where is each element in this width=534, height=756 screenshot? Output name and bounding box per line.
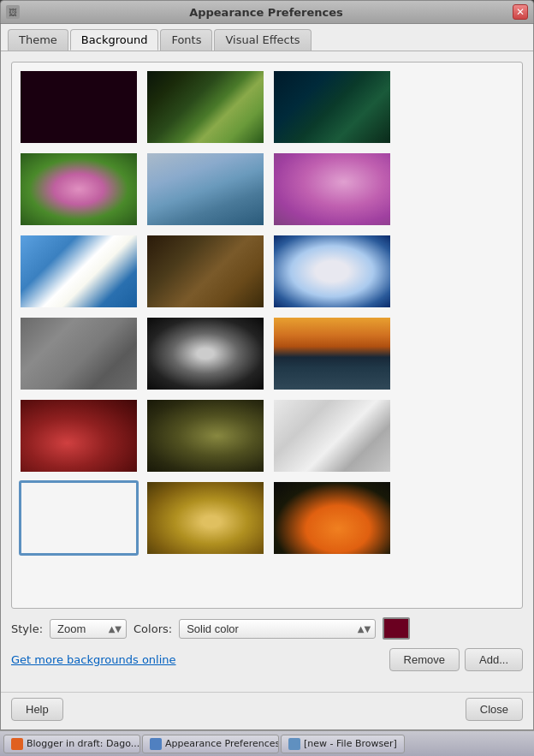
- add-button[interactable]: Add...: [465, 648, 523, 671]
- bg-item-bokeh-red[interactable]: [19, 398, 139, 473]
- firefox-icon: [11, 738, 23, 750]
- taskbar-item-prefs[interactable]: Appearance Preferences: [142, 735, 279, 753]
- window-icon: 🖼: [6, 5, 20, 19]
- style-select-wrapper: Zoom Centered Scaled Stretched Tiled Fil…: [50, 619, 127, 639]
- bg-item-earth[interactable]: [145, 152, 265, 227]
- bg-item-orange-flower[interactable]: [272, 480, 392, 556]
- background-grid: [19, 69, 515, 556]
- get-more-backgrounds-link[interactable]: Get more backgrounds online: [11, 653, 176, 666]
- tab-visual-effects[interactable]: Visual Effects: [214, 29, 311, 51]
- taskbar: Blogger in draft: Dago... Appearance Pre…: [0, 730, 534, 756]
- bg-item-leaf[interactable]: [145, 234, 265, 309]
- bg-item-bokeh-warm[interactable]: [145, 480, 265, 556]
- bg-item-dandelion[interactable]: [272, 234, 392, 309]
- dialog-close-button[interactable]: Close: [466, 698, 523, 721]
- titlebar: 🖼 Appearance Preferences ✕: [0, 0, 534, 24]
- bg-item-water[interactable]: [272, 398, 392, 473]
- actions-row: Get more backgrounds online Remove Add..…: [11, 648, 523, 671]
- titlebar-title: Appearance Preferences: [20, 6, 513, 19]
- style-row: Style: Zoom Centered Scaled Stretched Ti…: [11, 617, 523, 640]
- bg-item-forest[interactable]: [145, 69, 265, 145]
- tab-background[interactable]: Background: [70, 29, 159, 51]
- close-window-button[interactable]: ✕: [513, 4, 528, 20]
- help-button[interactable]: Help: [11, 698, 63, 721]
- color-swatch-button[interactable]: [383, 617, 410, 640]
- taskbar-item-label-firefox: Blogger in draft: Dago...: [27, 738, 139, 749]
- taskbar-item-firefox[interactable]: Blogger in draft: Dago...: [3, 735, 140, 753]
- tab-fonts[interactable]: Fonts: [160, 29, 212, 51]
- files-icon: [288, 738, 300, 750]
- bg-item-bokeh-green[interactable]: [145, 398, 265, 473]
- taskbar-item-label-prefs: Appearance Preferences: [165, 738, 279, 749]
- bg-item-dark-flower[interactable]: [145, 316, 265, 391]
- bg-item-flowers-purple[interactable]: [272, 152, 392, 227]
- taskbar-item-label-files: [new - File Browser]: [304, 738, 397, 749]
- tab-content: Style: Zoom Centered Scaled Stretched Ti…: [1, 51, 533, 692]
- bottom-row: Help Close: [1, 692, 533, 729]
- bg-item-pier[interactable]: [272, 316, 392, 391]
- remove-button[interactable]: Remove: [389, 648, 460, 671]
- style-label: Style:: [11, 622, 43, 635]
- bg-action-buttons: Remove Add...: [389, 648, 523, 671]
- prefs-icon: [150, 738, 162, 750]
- bg-item-road[interactable]: [272, 69, 392, 145]
- taskbar-item-files[interactable]: [new - File Browser]: [281, 735, 405, 753]
- bg-item-dark-red[interactable]: [19, 69, 139, 145]
- tab-theme[interactable]: Theme: [8, 29, 68, 51]
- tab-bar: Theme Background Fonts Visual Effects: [1, 24, 533, 51]
- style-select[interactable]: Zoom Centered Scaled Stretched Tiled Fil…: [50, 619, 127, 639]
- colors-select-wrapper: Solid color Horizontal gradient Vertical…: [179, 619, 376, 639]
- bg-item-flower-pink[interactable]: [19, 152, 139, 227]
- bg-item-purple-bokeh[interactable]: [19, 480, 139, 556]
- colors-label: Colors:: [134, 622, 172, 635]
- bg-item-daisy[interactable]: [19, 234, 139, 309]
- colors-select[interactable]: Solid color Horizontal gradient Vertical…: [179, 619, 376, 639]
- bg-item-stones[interactable]: [19, 316, 139, 391]
- main-window: Theme Background Fonts Visual Effects: [0, 24, 534, 730]
- background-grid-container[interactable]: [11, 62, 523, 609]
